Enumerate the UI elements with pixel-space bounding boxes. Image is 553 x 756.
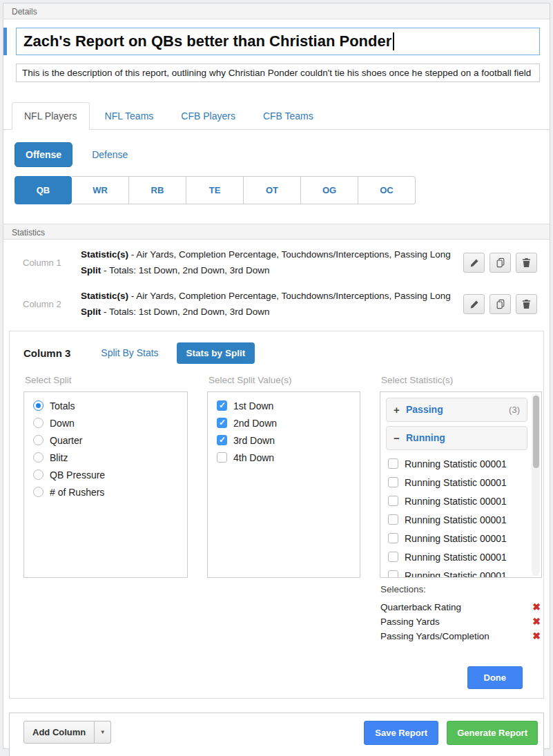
position-button[interactable]: OC [358, 176, 416, 204]
caret-down-icon: ▼ [100, 729, 106, 735]
position-button[interactable]: OT [244, 176, 301, 204]
expand-collapse-icon[interactable]: + [394, 404, 406, 416]
offense-button[interactable]: Offense [14, 142, 72, 167]
unit-toggle-row: Offense Defense [3, 130, 550, 167]
checkbox-icon[interactable] [388, 496, 398, 506]
stat-group-name: Running [406, 432, 445, 443]
delete-column-button[interactable] [516, 253, 537, 273]
stat-group-header[interactable]: − Running [386, 426, 527, 450]
report-description-input[interactable] [16, 64, 540, 82]
text-cursor [393, 32, 394, 50]
generate-report-button[interactable]: Generate Report [447, 721, 538, 745]
split-value-option[interactable]: 3rd Down [217, 435, 360, 446]
position-button[interactable]: OG [301, 176, 358, 204]
radio-icon[interactable] [33, 469, 43, 480]
select-statistics-box: + Passing (3) − Running Running Statisti… [380, 391, 542, 578]
picker-labels-row: Select Split Select Split Value(s) Selec… [23, 369, 532, 391]
checkbox-icon[interactable] [388, 552, 398, 562]
position-button[interactable]: TE [186, 176, 244, 204]
save-report-button[interactable]: Save Report [364, 721, 438, 745]
split-value-label: 1st Down [233, 400, 273, 411]
edit-column-button[interactable] [463, 294, 485, 314]
stat-item-option[interactable]: Running Statistic 00001 [388, 477, 527, 488]
league-tab-label: NFL Players [24, 110, 77, 122]
checkbox-icon[interactable] [388, 514, 398, 525]
radio-icon[interactable] [33, 418, 43, 428]
copy-icon [496, 299, 505, 309]
league-tab[interactable]: NFL Players [12, 102, 90, 130]
split-radio-option[interactable]: Totals [33, 400, 187, 411]
column-split-line: Split - Totals: 1st Down, 2nd Down, 3rd … [81, 263, 456, 279]
column-statistics-line: Statistic(s) - Air Yards, Completion Per… [81, 289, 456, 304]
expand-collapse-icon[interactable]: − [394, 432, 406, 444]
position-button[interactable]: WR [72, 176, 129, 204]
selection-row: Passing Yards/Completion ✖ [380, 631, 541, 641]
checkbox-icon[interactable] [388, 458, 398, 469]
stat-item-option[interactable]: Running Statistic 00001 [388, 570, 527, 578]
selection-label: Passing Yards [380, 617, 440, 627]
stat-group-header[interactable]: + Passing (3) [386, 398, 527, 422]
column-summary-list: Column 1 Statistic(s) - Air Yards, Compl… [3, 240, 550, 327]
stat-item-label: Running Statistic 00001 [405, 496, 507, 507]
remove-selection-icon[interactable]: ✖ [532, 602, 541, 612]
trash-icon [522, 299, 531, 309]
report-title-input[interactable]: Zach's Report on QBs better than Christi… [16, 28, 540, 55]
split-radio-option[interactable]: QB Pressure [33, 469, 187, 481]
radio-icon[interactable] [33, 487, 43, 497]
stat-item-label: Running Statistic 00001 [405, 477, 507, 488]
position-button-label: TE [209, 185, 221, 195]
checkbox-icon[interactable] [388, 477, 398, 487]
column-description: Statistic(s) - Air Yards, Completion Per… [81, 289, 456, 320]
league-tab[interactable]: CFB Players [168, 102, 248, 130]
select-split-box: Totals Down Quarter Blitz QB Pressure # … [23, 391, 188, 578]
checkbox-icon[interactable] [217, 400, 227, 411]
position-button[interactable]: RB [129, 176, 186, 204]
position-button-label: OG [322, 185, 336, 195]
position-button-label: OT [266, 185, 278, 195]
split-value-option[interactable]: 1st Down [217, 400, 360, 411]
add-column-button[interactable]: Add Column [23, 721, 95, 744]
scrollbar-track[interactable] [532, 394, 540, 576]
edit-column-button[interactable] [463, 253, 485, 273]
done-button[interactable]: Done [467, 666, 523, 689]
stat-item-option[interactable]: Running Statistic 00001 [388, 496, 527, 507]
remove-selection-icon[interactable]: ✖ [532, 631, 541, 641]
remove-selection-icon[interactable]: ✖ [532, 617, 541, 626]
league-tab[interactable]: CFB Teams [251, 102, 326, 130]
copy-column-button[interactable] [489, 294, 511, 314]
split-by-stats-toggle[interactable]: Split By Stats [101, 347, 158, 358]
split-radio-option[interactable]: Quarter [33, 435, 187, 446]
checkbox-icon[interactable] [388, 570, 398, 578]
checkbox-icon[interactable] [217, 435, 227, 445]
checkbox-icon[interactable] [217, 452, 227, 463]
split-option-label: QB Pressure [50, 469, 105, 481]
split-value-option[interactable]: 2nd Down [217, 418, 360, 429]
radio-icon[interactable] [33, 435, 43, 445]
league-tabs: NFL Players NFL Teams CFB Players CFB Te… [3, 102, 550, 130]
radio-icon[interactable] [33, 400, 43, 411]
stats-by-split-toggle[interactable]: Stats by Split [177, 342, 255, 364]
split-radio-option[interactable]: # of Rushers [33, 487, 187, 498]
pencil-icon [469, 258, 479, 268]
stat-item-label: Running Statistic 00001 [405, 533, 507, 544]
split-radio-option[interactable]: Blitz [33, 452, 187, 463]
add-column-dropdown-button[interactable]: ▼ [95, 721, 111, 744]
stat-item-option[interactable]: Running Statistic 00001 [388, 458, 527, 469]
delete-column-button[interactable] [516, 294, 537, 314]
scrollbar-thumb[interactable] [533, 396, 539, 468]
stat-item-option[interactable]: Running Statistic 00001 [388, 514, 527, 525]
defense-button[interactable]: Defense [92, 149, 128, 160]
league-tab[interactable]: NFL Teams [93, 102, 166, 130]
selection-label: Quarterback Rating [380, 602, 461, 612]
checkbox-icon[interactable] [388, 533, 398, 543]
checkbox-icon[interactable] [217, 418, 227, 428]
stat-item-option[interactable]: Running Statistic 00001 [388, 533, 527, 544]
copy-column-button[interactable] [489, 253, 511, 273]
position-button[interactable]: QB [14, 176, 72, 204]
radio-icon[interactable] [33, 452, 43, 463]
stat-item-option[interactable]: Running Statistic 00001 [388, 552, 527, 563]
split-value-option[interactable]: 4th Down [217, 452, 360, 463]
stat-group-count: (3) [509, 405, 520, 415]
split-radio-option[interactable]: Down [33, 418, 187, 429]
select-split-values-label: Select Split Value(s) [207, 369, 360, 391]
